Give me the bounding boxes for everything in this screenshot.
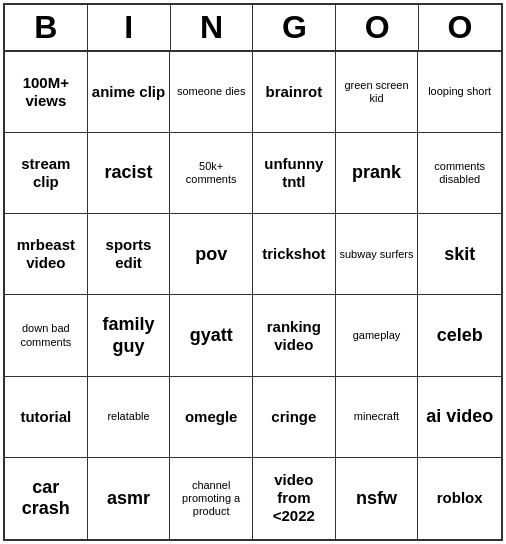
bingo-cell-3[interactable]: brainrot [253,52,336,133]
bingo-cell-12[interactable]: mrbeast video [5,214,88,295]
bingo-cell-21[interactable]: ranking video [253,295,336,376]
bingo-cell-25[interactable]: relatable [88,377,171,458]
bingo-header: BINGOO [5,5,501,52]
bingo-grid: 100M+ viewsanime clipsomeone diesbrainro… [5,52,501,539]
bingo-cell-18[interactable]: down bad comments [5,295,88,376]
header-letter-N: N [171,5,254,52]
bingo-cell-19[interactable]: family guy [88,295,171,376]
bingo-cell-9[interactable]: unfunny tntl [253,133,336,214]
bingo-cell-34[interactable]: nsfw [336,458,419,539]
bingo-cell-13[interactable]: sports edit [88,214,171,295]
bingo-cell-5[interactable]: looping short [418,52,501,133]
bingo-cell-23[interactable]: celeb [418,295,501,376]
bingo-cell-24[interactable]: tutorial [5,377,88,458]
header-letter-I: I [88,5,171,52]
bingo-cell-7[interactable]: racist [88,133,171,214]
bingo-cell-20[interactable]: gyatt [170,295,253,376]
bingo-cell-27[interactable]: cringe [253,377,336,458]
bingo-cell-32[interactable]: channel promoting a product [170,458,253,539]
bingo-cell-2[interactable]: someone dies [170,52,253,133]
bingo-cell-28[interactable]: minecraft [336,377,419,458]
bingo-cell-33[interactable]: video from <2022 [253,458,336,539]
bingo-cell-10[interactable]: prank [336,133,419,214]
bingo-cell-14[interactable]: pov [170,214,253,295]
bingo-cell-1[interactable]: anime clip [88,52,171,133]
header-letter-G: G [253,5,336,52]
bingo-cell-4[interactable]: green screen kid [336,52,419,133]
header-letter-B: B [5,5,88,52]
bingo-cell-26[interactable]: omegle [170,377,253,458]
bingo-cell-22[interactable]: gameplay [336,295,419,376]
bingo-cell-11[interactable]: comments disabled [418,133,501,214]
bingo-cell-6[interactable]: stream clip [5,133,88,214]
bingo-cell-29[interactable]: ai video [418,377,501,458]
bingo-cell-31[interactable]: asmr [88,458,171,539]
bingo-cell-16[interactable]: subway surfers [336,214,419,295]
bingo-cell-0[interactable]: 100M+ views [5,52,88,133]
bingo-cell-35[interactable]: roblox [418,458,501,539]
bingo-cell-17[interactable]: skit [418,214,501,295]
bingo-board: BINGOO 100M+ viewsanime clipsomeone dies… [3,3,503,541]
header-letter-O: O [419,5,501,52]
bingo-cell-8[interactable]: 50k+ comments [170,133,253,214]
bingo-cell-30[interactable]: car crash [5,458,88,539]
header-letter-O: O [336,5,419,52]
bingo-cell-15[interactable]: trickshot [253,214,336,295]
